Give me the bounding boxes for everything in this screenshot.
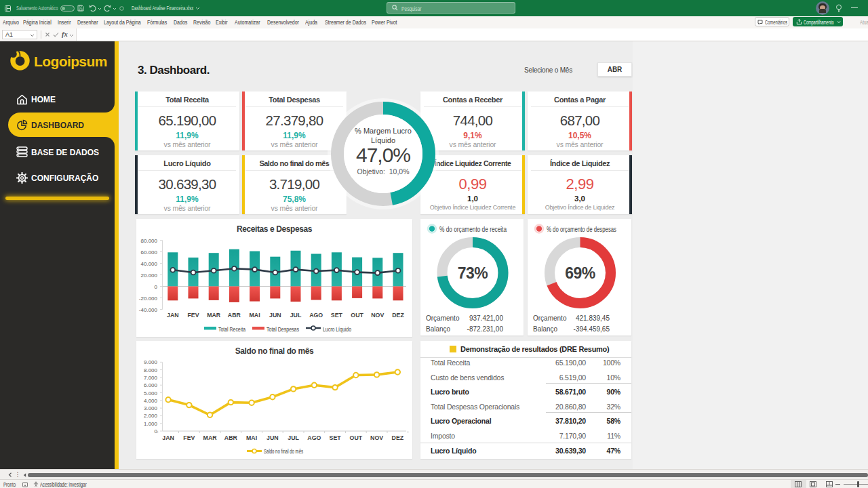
svg-text:MAR: MAR bbox=[207, 312, 221, 319]
svg-text:Orçamento: Orçamento bbox=[533, 314, 567, 322]
svg-text:OUT: OUT bbox=[350, 434, 363, 441]
svg-text:AGO: AGO bbox=[309, 312, 323, 319]
svg-text:OUT: OUT bbox=[351, 312, 363, 319]
svg-text:421.839,45: 421.839,45 bbox=[576, 314, 610, 322]
svg-text:% Margem Lucro: % Margem Lucro bbox=[355, 127, 412, 135]
svg-text:4.000: 4.000 bbox=[144, 398, 158, 404]
svg-text:47,0%: 47,0% bbox=[356, 144, 410, 166]
svg-text:JUN: JUN bbox=[269, 312, 281, 319]
svg-text:7.000: 7.000 bbox=[144, 375, 158, 381]
svg-text:Objetivo: 10,0%: Objetivo: 10,0% bbox=[357, 167, 409, 176]
svg-text:40.000: 40.000 bbox=[141, 261, 158, 267]
svg-text:Balanço: Balanço bbox=[426, 325, 451, 333]
svg-text:Total Receita: Total Receita bbox=[218, 326, 245, 333]
svg-text:Total Despesas: Total Despesas bbox=[267, 326, 299, 333]
svg-text:Lucro Líquido: Lucro Líquido bbox=[323, 326, 351, 333]
svg-text:NOV: NOV bbox=[371, 312, 384, 319]
svg-text:937.421,00: 937.421,00 bbox=[469, 314, 503, 322]
svg-text:8.000: 8.000 bbox=[144, 367, 158, 373]
svg-text:69%: 69% bbox=[565, 264, 595, 282]
svg-text:SET: SET bbox=[330, 434, 342, 441]
svg-text:Saldo no final do mês: Saldo no final do mês bbox=[235, 346, 314, 356]
svg-text:Receitas e Despesas: Receitas e Despesas bbox=[237, 224, 313, 234]
svg-text:0: 0 bbox=[155, 428, 158, 434]
svg-text:MAI: MAI bbox=[250, 312, 260, 319]
svg-text:5.000: 5.000 bbox=[144, 390, 158, 396]
svg-text:-394.459,65: -394.459,65 bbox=[574, 325, 610, 333]
svg-text:NOV: NOV bbox=[370, 434, 383, 441]
svg-text:FEV: FEV bbox=[187, 312, 199, 319]
svg-text:SET: SET bbox=[331, 312, 343, 319]
svg-text:Orçamento: Orçamento bbox=[426, 314, 460, 322]
svg-text:2.000: 2.000 bbox=[144, 413, 158, 419]
svg-text:ABR: ABR bbox=[228, 312, 241, 319]
svg-text:73%: 73% bbox=[458, 264, 488, 282]
svg-text:Saldo no final do mês: Saldo no final do mês bbox=[264, 448, 303, 455]
svg-text:% do orçamento de despesas: % do orçamento de despesas bbox=[547, 225, 616, 233]
svg-text:% do orçamento de receita: % do orçamento de receita bbox=[439, 225, 507, 233]
svg-text:MAI: MAI bbox=[246, 434, 257, 441]
svg-text:6.000: 6.000 bbox=[144, 382, 158, 388]
svg-text:JAN: JAN bbox=[162, 434, 174, 441]
svg-text:FEV: FEV bbox=[183, 434, 195, 441]
svg-text:80.000: 80.000 bbox=[141, 238, 158, 244]
svg-text:1.000: 1.000 bbox=[144, 421, 158, 427]
svg-text:Balanço: Balanço bbox=[533, 325, 558, 333]
svg-text:JUL: JUL bbox=[290, 312, 302, 319]
svg-text:3.000: 3.000 bbox=[144, 405, 158, 411]
svg-text:AGO: AGO bbox=[307, 434, 321, 441]
svg-text:JUN: JUN bbox=[267, 434, 279, 441]
svg-text:JAN: JAN bbox=[167, 312, 179, 319]
svg-text:MAR: MAR bbox=[203, 434, 218, 441]
svg-text:20.000: 20.000 bbox=[141, 272, 158, 279]
svg-text:ABR: ABR bbox=[224, 434, 238, 441]
svg-text:-40.000: -40.000 bbox=[139, 307, 158, 313]
svg-text:JUL: JUL bbox=[288, 434, 299, 441]
svg-text:DEZ: DEZ bbox=[392, 434, 404, 441]
svg-text:DEZ: DEZ bbox=[392, 312, 404, 319]
svg-text:-872.231,00: -872.231,00 bbox=[467, 325, 504, 333]
svg-text:-20.000: -20.000 bbox=[139, 296, 158, 302]
svg-text:60.000: 60.000 bbox=[141, 249, 158, 256]
svg-text:9.000: 9.000 bbox=[144, 359, 158, 365]
svg-text:0: 0 bbox=[155, 284, 158, 290]
